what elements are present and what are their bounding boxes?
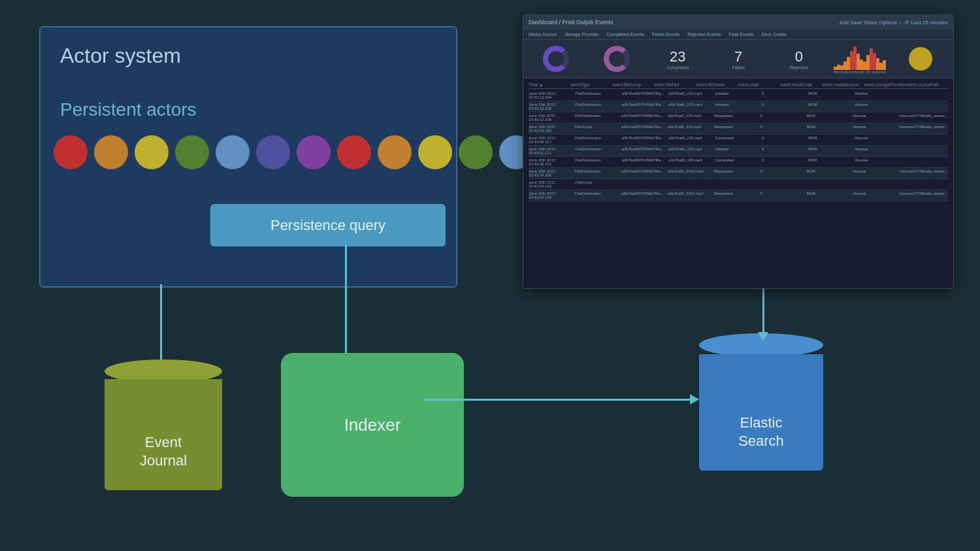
table-header-cell[interactable]: event.fileGroup <box>612 82 654 87</box>
spark-bar-7 <box>857 54 860 70</box>
spark-bar-2 <box>840 65 843 70</box>
filter-final[interactable]: Final Events <box>728 32 754 37</box>
filter-completed[interactable]: Completed Events <box>607 32 644 37</box>
table-cell: Akamai <box>855 136 901 144</box>
table-header: Time ▲eventTypeevent.fileGroupevent.file… <box>529 81 948 89</box>
metric-failed-label: Failed <box>732 65 744 70</box>
table-row[interactable]: June 15th 2017, 15:40:00.721FileDistribu… <box>529 157 948 168</box>
table-header-cell[interactable]: event.state <box>738 82 780 87</box>
table-cell: a3b7ba6f370456b7f6a... <box>622 92 668 99</box>
table-header-cell[interactable]: event.fileName <box>696 82 738 87</box>
spark-bar-13 <box>876 58 879 70</box>
dashboard-controls[interactable]: Add Save Share Options ← ⟳ Last 15 minut… <box>840 20 948 25</box>
spark-bar-1 <box>837 65 840 70</box>
table-cell: FileDistribution <box>575 92 621 99</box>
table-cell: 0 <box>762 92 808 99</box>
table-cell: Requested <box>714 192 760 199</box>
actor-system-box: Actor system Persistent actors Persisten… <box>39 26 457 288</box>
table-cell <box>902 147 948 155</box>
donut-chart-2 <box>604 46 630 72</box>
table-cell: 0 <box>762 158 808 166</box>
table-cell: a3b7ba6f370456b7f6a... <box>621 125 668 133</box>
table-cell <box>762 180 808 188</box>
table-cell: 0 <box>760 192 807 199</box>
table-header-cell[interactable]: event.resultCode <box>780 82 822 87</box>
table-cell: a3b7ba6f_180.mp4 <box>668 158 715 166</box>
table-cell: June 15th 2017, 15:42:04.143 <box>529 180 575 188</box>
filter-storage-provider[interactable]: Storage Provider <box>564 32 599 37</box>
table-cell: a3b7ba6f_225.mp4 <box>668 103 715 110</box>
table-header-cell[interactable]: event.filePart <box>655 82 696 87</box>
persistent-actors-label: Persistent actors <box>60 99 197 120</box>
table-header-cell[interactable]: Time ▲ <box>529 82 570 87</box>
filter-media-source[interactable]: Media Source <box>529 32 557 37</box>
table-header-cell[interactable]: eventType <box>570 82 612 87</box>
table-row[interactable]: June 15th 2017, 15:40:12.238FileDistribu… <box>529 112 948 124</box>
table-cell: FileDistribution <box>575 114 621 122</box>
metric-rejected-label: Rejected <box>790 65 808 70</box>
table-row[interactable]: June 15th 2017, 15:43:04.145FileDistribu… <box>529 190 948 201</box>
actor-circle-circle-1 <box>54 135 88 169</box>
table-header-cell[interactable]: event.storageProvider <box>864 82 906 87</box>
spark-bar-5 <box>850 51 853 70</box>
table-row[interactable]: June 15th 2017, 15:40:01.111FileDistribu… <box>529 146 948 157</box>
table-body: June 15th 2017, 15:40:13.394FileDistribu… <box>529 90 948 201</box>
table-cell: a3b7ba6f_225.mp4 <box>668 136 715 144</box>
spark-bar-10 <box>866 55 870 70</box>
table-cell: MOB <box>806 125 853 133</box>
table-row[interactable]: June 15th 2017, 15:40:13.394FileDistribu… <box>529 90 948 101</box>
metric-failed-value: 7 <box>734 48 742 65</box>
spark-bar-14 <box>879 63 883 70</box>
table-cell: a3b7ba6f370456b7f6a... <box>621 192 668 199</box>
table-cell <box>902 92 948 99</box>
spark-bar-3 <box>843 61 847 70</box>
table-row[interactable]: June 15th 2017, 15:40:00.317FileDistribu… <box>529 135 948 146</box>
spark-bar-15 <box>883 60 886 70</box>
table-cell: a3b7ba6f_225.mp4 <box>668 125 714 133</box>
arrow-right-to-elastic <box>423 399 691 401</box>
table-cell <box>622 180 668 188</box>
table-row[interactable]: June 15th 2017, 15:42:53.190FileGroupa3b… <box>529 124 948 135</box>
table-row[interactable]: June 15th 2017, 15:42:04.296FileDistribu… <box>529 168 948 179</box>
metric-donut-2 <box>589 46 645 72</box>
table-cell: Volumes/T7/Media_share/... <box>899 192 948 199</box>
actor-circle-circle-6 <box>256 135 290 169</box>
table-cell: Akamai <box>853 125 899 133</box>
actor-circle-circle-8 <box>337 135 371 169</box>
table-cell: a3b7ba6f370456b7f6a... <box>622 158 668 166</box>
table-cell: Akamai <box>853 114 899 122</box>
persistence-query-box: Persistence query <box>210 204 446 246</box>
table-row[interactable]: June 15th 2017, 15:42:04.143FileGroup <box>529 179 948 190</box>
table-cell <box>902 103 948 110</box>
spark-bar-0 <box>834 67 837 70</box>
table-header-cell[interactable]: event.mediaSource <box>822 82 864 87</box>
filter-errors[interactable]: Error Codes <box>762 32 787 37</box>
actor-system-label: Actor system <box>60 44 181 68</box>
persistence-query-label: Persistence query <box>270 217 385 234</box>
table-header-cell[interactable]: event.sourcePath <box>906 82 948 87</box>
table-cell: FileDistribution <box>575 192 621 199</box>
dashboard-table: Time ▲eventTypeevent.fileGroupevent.file… <box>523 78 953 204</box>
table-cell: Akamai <box>855 103 901 110</box>
table-cell: June 15th 2017, 15:40:00.317 <box>529 136 575 144</box>
metric-rejected-value: 0 <box>795 48 803 65</box>
metric-donut-1 <box>529 46 584 72</box>
filter-failed[interactable]: Failed Events <box>652 32 679 37</box>
table-cell <box>902 136 948 144</box>
left-diagram: Actor system Persistent actors Persisten… <box>39 26 470 497</box>
table-cell: MOB <box>806 114 853 122</box>
table-cell: 0 <box>760 169 807 177</box>
table-row[interactable]: June 15th 2017, 15:40:13.238FileDistribu… <box>529 101 948 112</box>
spark-bar-4 <box>847 57 850 70</box>
metric-completed-value: 23 <box>670 48 685 65</box>
arrow-down-left <box>160 284 162 363</box>
filter-rejected[interactable]: Rejected Events <box>687 32 721 37</box>
actor-circle-circle-4 <box>175 135 209 169</box>
table-cell: FileDistribution <box>575 169 621 177</box>
status-circle <box>909 47 932 71</box>
table-cell: a3b7ba6f370456b7f6a... <box>622 103 668 110</box>
table-cell: June 15th 2017, 15:42:04.296 <box>529 169 575 177</box>
table-cell: MOB <box>808 136 855 144</box>
table-cell: Requested <box>714 169 760 177</box>
table-cell: June 15th 2017, 15:42:53.190 <box>529 125 575 133</box>
